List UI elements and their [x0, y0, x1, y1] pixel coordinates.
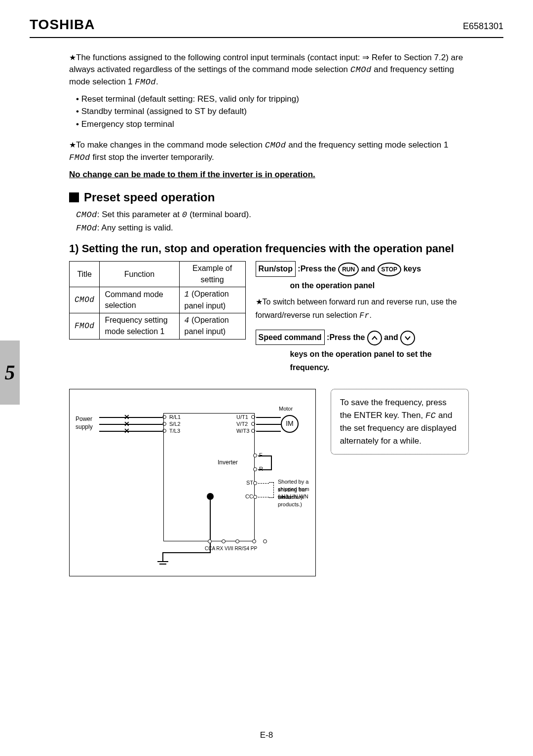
label-power: Power — [76, 415, 92, 423]
up-arrow-icon — [367, 331, 382, 345]
bullet-reset: • Reset terminal (default setting: RES, … — [76, 93, 469, 105]
label-bottom-terminals: CCA RX VI/II RR/S4 PP — [205, 545, 257, 552]
paragraph-functions: ★The functions assigned to the following… — [69, 52, 469, 88]
stop-button-icon: STOP — [378, 263, 401, 276]
wiring-diagram: Power supply ✕ ✕ ✕ R/L1 S/L2 T/L3 — [69, 389, 316, 576]
bullet-estop: • Emergency stop terminal — [76, 118, 469, 130]
save-frequency-note: To save the frequency, press the ENTER k… — [331, 389, 469, 454]
brand-logo: TOSHIBA — [30, 15, 95, 34]
seg-fmod: FMOd — [135, 77, 156, 87]
right-instructions: Run/stop :Press the RUN and STOP keys on… — [256, 261, 469, 374]
paragraph-changes: ★To make changes in the command mode sel… — [69, 139, 469, 164]
label-supply: supply — [76, 423, 93, 431]
bullet-standby: • Standby terminal (assigned to ST by de… — [76, 106, 469, 117]
table-row: CMOd Command mode selection 1 (Operation… — [70, 287, 246, 313]
table-row: FMOd Frequency setting mode selection 1 … — [70, 313, 246, 339]
section-number: 5 — [5, 358, 15, 387]
fmod-setting-line: FMOd: Any setting is valid. — [76, 222, 469, 234]
seg-fc: FC — [425, 411, 436, 420]
section-heading: Preset speed operation — [69, 189, 469, 206]
down-arrow-icon — [400, 331, 415, 345]
ground-icon — [157, 561, 168, 569]
document-id: E6581301 — [463, 20, 503, 33]
seg-cmod: CMOd — [350, 65, 372, 75]
label-motor: Motor — [279, 405, 293, 413]
heading-square-icon — [69, 192, 79, 202]
sub-heading: 1) Setting the run, stop and operation f… — [69, 241, 469, 257]
speed-command-box: Speed command — [256, 330, 325, 345]
bullet-list: • Reset terminal (default setting: RES, … — [76, 93, 469, 130]
table-header-example: Example of setting — [179, 262, 245, 287]
label-inverter: Inverter — [218, 458, 238, 467]
heading-preset-speed: Preset speed operation — [84, 189, 215, 206]
breaker-icon: ✕ — [124, 426, 130, 436]
page-header: TOSHIBA E6581301 — [30, 15, 503, 38]
table-header-function: Function — [100, 262, 179, 287]
motor-icon: IM — [281, 415, 299, 433]
parameter-table: Title Function Example of setting CMOd C… — [69, 261, 246, 339]
section-tab: 5 — [0, 340, 20, 405]
runstop-box: Run/stop — [256, 261, 296, 276]
cmod-setting-line: CMOd: Set this parameter at 0 (terminal … — [76, 209, 469, 221]
page-number: E-8 — [0, 729, 533, 741]
run-button-icon: RUN — [338, 263, 359, 276]
table-header-title: Title — [70, 262, 100, 287]
table-header-row: Title Function Example of setting — [70, 262, 246, 287]
warning-text: No change can be made to them if the inv… — [69, 169, 469, 181]
